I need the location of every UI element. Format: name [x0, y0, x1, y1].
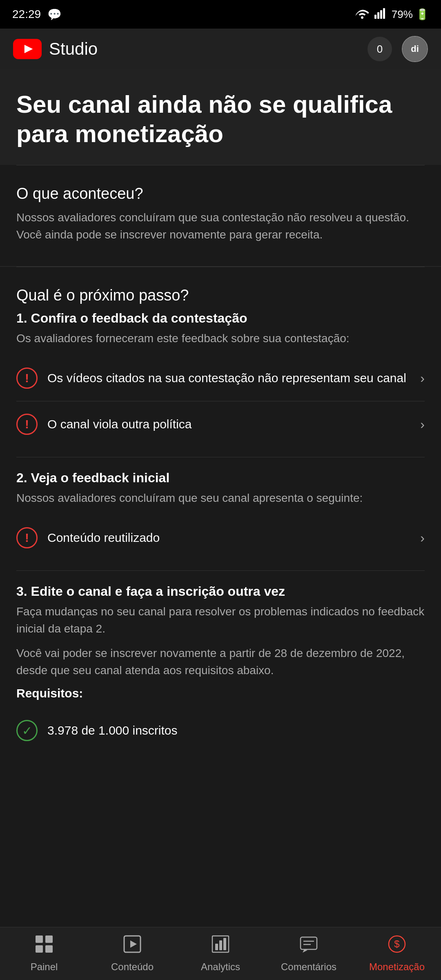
header-left: Studio — [13, 39, 98, 59]
step3-items: ✓ 3.978 de 1.000 inscritos — [16, 708, 425, 753]
svg-rect-3 — [383, 8, 385, 19]
svg-marker-11 — [130, 940, 137, 948]
step3-label: 3. Edite o canal e faça a inscrição outr… — [16, 584, 425, 599]
avatar-initials: di — [403, 37, 427, 61]
success-icon: ✓ — [16, 720, 38, 741]
warning-icon: ! — [16, 414, 38, 435]
status-time: 22:29 — [12, 8, 41, 21]
whatsapp-icon: 💬 — [47, 8, 62, 21]
list-item[interactable]: ! O canal viola outra política › — [16, 401, 425, 447]
section-next-steps: Qual é o próximo passo? 1. Confira o fee… — [16, 267, 425, 766]
warning-icon: ! — [16, 527, 38, 548]
header-right: 0 di — [368, 36, 428, 62]
hero-title: Seu canal ainda não se qualifica para mo… — [16, 90, 425, 149]
status-right: 79% 🔋 — [355, 7, 429, 22]
list-item-text: 3.978 de 1.000 inscritos — [47, 722, 425, 739]
svg-rect-8 — [36, 945, 43, 953]
list-item-left: ! Conteúdo reutilizado — [16, 527, 420, 548]
svg-rect-13 — [215, 944, 218, 950]
list-item: ✓ 3.978 de 1.000 inscritos — [16, 708, 425, 753]
list-item[interactable]: ! Os vídeos citados na sua contestação n… — [16, 355, 425, 401]
list-item-text: Os vídeos citados na sua contestação não… — [47, 370, 420, 387]
status-left: 22:29 💬 — [12, 8, 62, 21]
nav-monetizacao-label: Monetização — [369, 961, 425, 973]
step1-label: 1. Confira o feedback da contestação — [16, 311, 425, 326]
step3-desc1: Faça mudanças no seu canal para resolver… — [16, 603, 425, 637]
step-3: 3. Edite o canal e faça a inscrição outr… — [16, 570, 425, 753]
step-1: 1. Confira o feedback da contestação Os … — [16, 311, 425, 447]
youtube-logo — [13, 39, 42, 59]
step1-desc: Os avaliadores forneceram este feedback … — [16, 330, 425, 347]
list-item-text: O canal viola outra política — [47, 416, 420, 433]
svg-rect-2 — [380, 10, 382, 19]
list-item-left: ! Os vídeos citados na sua contestação n… — [16, 368, 420, 389]
nav-monetizacao[interactable]: $ Monetização — [353, 928, 441, 979]
chevron-right-icon: › — [420, 371, 425, 386]
list-item-text: Conteúdo reutilizado — [47, 529, 420, 546]
battery-icon: 79% 🔋 — [392, 8, 429, 21]
step2-items: ! Conteúdo reutilizado › — [16, 515, 425, 561]
painel-icon — [35, 935, 53, 958]
nav-comentarios-label: Comentários — [281, 961, 336, 973]
hero-section: Seu canal ainda não se qualifica para mo… — [0, 69, 441, 165]
chevron-right-icon: › — [420, 417, 425, 432]
bottom-spacer — [16, 766, 425, 832]
status-bar: 22:29 💬 79% 🔋 — [0, 0, 441, 29]
svg-rect-6 — [36, 935, 43, 943]
nav-painel-label: Painel — [31, 961, 58, 973]
app-header: Studio 0 di — [0, 29, 441, 69]
list-item-left: ! O canal viola outra política — [16, 414, 420, 435]
step-2: 2. Veja o feedback inicial Nossos avalia… — [16, 457, 425, 561]
list-item-left: ✓ 3.978 de 1.000 inscritos — [16, 720, 425, 741]
avatar[interactable]: di — [402, 36, 428, 62]
svg-rect-9 — [45, 945, 53, 953]
nav-painel[interactable]: Painel — [0, 928, 88, 979]
svg-rect-16 — [301, 937, 317, 949]
step2-label: 2. Veja o feedback inicial — [16, 470, 425, 486]
svg-rect-0 — [374, 15, 376, 19]
section-what-happened: O que aconteceu? Nossos avaliadores conc… — [16, 165, 425, 266]
nav-conteudo[interactable]: Conteúdo — [88, 928, 176, 979]
svg-rect-1 — [377, 12, 379, 19]
bottom-nav: Painel Conteúdo Analytics — [0, 927, 441, 980]
studio-title: Studio — [49, 39, 98, 59]
signal-icon — [374, 7, 387, 22]
list-item[interactable]: ! Conteúdo reutilizado › — [16, 515, 425, 561]
what-happened-desc: Nossos avaliadores concluíram que sua co… — [16, 209, 425, 243]
chevron-right-icon: › — [420, 530, 425, 546]
nav-analytics[interactable]: Analytics — [176, 928, 265, 979]
comentarios-icon — [299, 935, 318, 958]
svg-rect-15 — [223, 938, 226, 950]
monetizacao-icon: $ — [388, 935, 406, 958]
step3-desc2: Você vai poder se inscrever novamente a … — [16, 645, 425, 679]
wifi-icon — [355, 7, 370, 22]
nav-comentarios[interactable]: Comentários — [265, 928, 353, 979]
next-steps-title: Qual é o próximo passo? — [16, 287, 425, 304]
analytics-icon — [211, 935, 230, 958]
requisitos-title: Requisitos: — [16, 686, 425, 700]
step1-items: ! Os vídeos citados na sua contestação n… — [16, 355, 425, 447]
main-content: Seu canal ainda não se qualifica para mo… — [0, 69, 441, 832]
notification-badge[interactable]: 0 — [368, 37, 392, 61]
what-happened-title: O que aconteceu? — [16, 185, 425, 203]
svg-rect-7 — [45, 935, 53, 943]
nav-analytics-label: Analytics — [201, 961, 240, 973]
conteudo-icon — [123, 935, 142, 958]
nav-conteudo-label: Conteúdo — [111, 961, 154, 973]
svg-rect-14 — [219, 940, 222, 950]
svg-text:$: $ — [394, 938, 399, 949]
warning-icon: ! — [16, 368, 38, 389]
step2-desc: Nossos avaliadores concluíram que seu ca… — [16, 490, 425, 507]
